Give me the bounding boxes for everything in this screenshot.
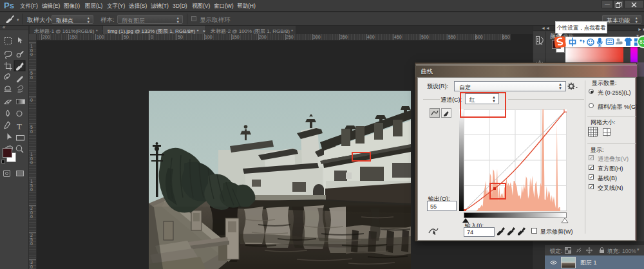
svg-text:T: T — [17, 122, 22, 131]
